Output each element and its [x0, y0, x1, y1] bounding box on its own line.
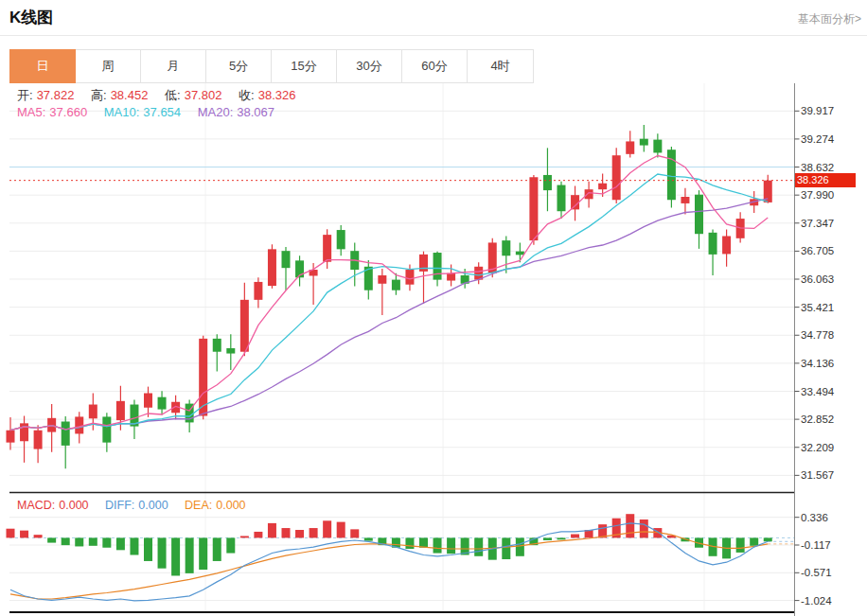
- open-label: 开:: [17, 88, 33, 102]
- y-axis-label: -0.571: [801, 567, 832, 578]
- y-axis-label: 34.136: [801, 358, 834, 369]
- y-axis-label: 34.778: [801, 329, 834, 341]
- high-value: 38.452: [111, 88, 149, 102]
- y-axis-label: 33.494: [801, 386, 835, 397]
- ohlc-legend: 开:37.822 高:38.452 低:37.802 收:38.326: [17, 87, 299, 104]
- current-price-badge: 38.326: [795, 173, 856, 187]
- y-axis-label: 37.347: [801, 218, 834, 229]
- ma5-label: MA5:: [17, 105, 45, 119]
- diff-value: 0.000: [138, 499, 168, 512]
- kline-chart[interactable]: 39.91739.27438.63237.99037.34736.70536.0…: [0, 0, 867, 616]
- y-axis-label: 39.917: [801, 105, 834, 116]
- y-axis-label: -1.024: [801, 595, 832, 607]
- ma20-value: 38.067: [237, 105, 274, 119]
- macd-value: 0.000: [59, 499, 88, 512]
- y-axis-label: 32.209: [801, 442, 834, 453]
- y-axis-label: 35.421: [801, 302, 834, 313]
- y-axis-label: 37.990: [801, 189, 834, 201]
- low-value: 37.802: [185, 88, 222, 102]
- close-value: 38.326: [258, 88, 296, 102]
- macd-legend: MACD:0.000 DIFF:0.000 DEA:0.000: [17, 499, 250, 512]
- dea-value: 0.000: [216, 499, 245, 512]
- ma-legend: MA5:37.660 MA10:37.654 MA20:38.067: [17, 105, 278, 119]
- dea-label: DEA:: [185, 499, 212, 512]
- low-label: 低:: [165, 88, 181, 102]
- y-axis-label: 32.852: [801, 414, 834, 425]
- y-axis-label: 39.274: [801, 133, 835, 145]
- macd-label: MACD:: [17, 499, 55, 512]
- close-label: 收:: [239, 88, 255, 102]
- y-axis-label: 31.567: [801, 469, 834, 481]
- y-axis-label: 36.063: [801, 273, 834, 285]
- diff-label: DIFF:: [105, 499, 134, 512]
- y-axis-label: 36.705: [801, 245, 834, 256]
- ma5-value: 37.660: [49, 105, 87, 119]
- kline-page: K线图 基本面分析> 日 周 月 5分 15分 30分 60分 4时 39.91…: [0, 0, 867, 616]
- open-value: 37.822: [37, 88, 75, 102]
- ma10-value: 37.654: [143, 105, 181, 119]
- high-label: 高:: [91, 88, 107, 102]
- y-axis-label: 0.336: [801, 512, 828, 523]
- ma20-label: MA20:: [198, 105, 234, 119]
- y-axis-label: 38.632: [801, 162, 834, 173]
- ma10-label: MA10:: [104, 105, 140, 119]
- y-axis-label: -0.117: [801, 539, 831, 551]
